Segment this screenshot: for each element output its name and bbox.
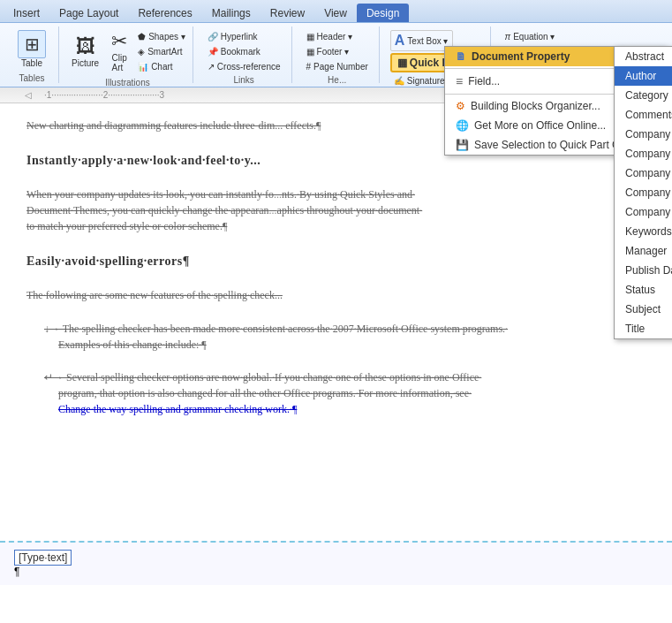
cross-reference-icon: ↗ [208,62,215,72]
status-item[interactable]: Status [615,280,672,300]
textbox-button[interactable]: A Text Box ▾ [390,30,453,51]
picture-button[interactable]: 🖼 Picture [66,32,104,72]
document-property-submenu: Abstract Author Category Comments Compan… [614,46,672,339]
page-number-icon: # [306,62,312,72]
clip-art-button[interactable]: ✂ ClipArt [106,27,132,76]
field-icon: ≡ [456,74,463,88]
header-items: ▦ Header ▾ ▦ Footer ▾ # Page Number [303,30,372,73]
document-property-icon: 🗎 [456,50,466,63]
toolbar-group-header: ▦ Header ▾ ▦ Footer ▾ # Page Number He..… [296,27,380,83]
title-item[interactable]: Title [615,319,672,338]
toolbar-group-illustrations: 🖼 Picture ✂ ClipArt ⬟ Shapes ▾ ◈ SmartAr… [63,27,193,83]
footer-para: ¶ [14,566,19,578]
footer-btn[interactable]: ▦ Footer ▾ [303,45,372,58]
toolbar-group-tables: ⊞ Table Tables [5,27,59,83]
tab-design[interactable]: Design [357,4,409,22]
bullet2-link[interactable]: Change·the·way·spelling·and·grammar·chec… [26,401,646,417]
equation-icon: π [505,32,511,42]
he-label: He... [328,73,346,85]
heading3: Easily·avoid·spelling·errors¶ [26,252,646,270]
subject-item[interactable]: Subject [615,300,672,319]
table-button[interactable]: ⊞ Table [12,27,51,72]
abstract-item[interactable]: Abstract [615,47,672,66]
category-item[interactable]: Category [615,86,672,105]
illustrations-top-row: 🖼 Picture ✂ ClipArt ⬟ Shapes ▾ ◈ SmartAr… [66,27,189,76]
smartart-button[interactable]: ◈ SmartArt [134,45,189,58]
cross-reference-button[interactable]: ↗ Cross-reference [204,60,284,73]
office-online-icon: 🌐 [456,119,469,132]
bullet2-line2: program,·that·option·is·also·changed·for… [26,385,646,401]
save-icon: 💾 [456,139,469,151]
tab-page-layout[interactable]: Page Layout [49,4,128,22]
small-illus-group: ⬟ Shapes ▾ ◈ SmartArt 📊 Chart [134,30,189,73]
hyperlink-icon: 🔗 [208,32,218,42]
bullet2: ↵→ Several·spelling·checker·options·are·… [26,369,646,385]
links-items: 🔗 Hyperlink 📌 Bookmark ↗ Cross-reference [204,30,284,73]
clip-art-icon: ✂ [111,30,127,53]
quick-parts-dropdown: 🗎 Document Property ▶ ≡ Field... ⚙ Build… [444,46,665,156]
quick-parts-icon: ▦ [397,57,407,69]
para2-line3: to·match·your·preferred·style·or·color·s… [26,218,646,234]
footer-placeholder[interactable]: [Type·text] [14,550,72,566]
company-address-item[interactable]: Company Address [615,144,672,163]
footer-icon: ▦ [306,47,314,57]
main-area: New charting and diagramming features in… [0,103,672,585]
table-icon: ⊞ [18,30,46,58]
building-blocks-icon: ⚙ [456,100,465,112]
bookmark-icon: 📌 [208,47,218,57]
page-number-button[interactable]: # Page Number [303,60,372,73]
picture-icon: 🖼 [76,35,95,58]
bullet1: ↓→ The·spelling·checker·has·been·made·mo… [26,321,646,337]
text-icon: A [395,33,405,49]
header-button[interactable]: ▦ Header ▾ [303,30,372,43]
shapes-icon: ⬟ [138,32,146,42]
company-item[interactable]: Company [615,125,672,144]
hyperlink-button[interactable]: 🔗 Hyperlink [204,30,284,43]
para2-line1: When·your·company·updates·its·look,·you·… [26,186,646,202]
links-label: Links [234,73,254,85]
para2-line2: Document·Themes,·you·can·quickly·change·… [26,202,646,218]
signature-icon: ✍ [394,76,404,86]
author-item[interactable]: Author [615,66,672,86]
tab-bar: Insert Page Layout References Mailings R… [0,0,672,23]
shapes-button[interactable]: ⬟ Shapes ▾ [134,30,189,43]
header-icon: ▦ [306,32,314,42]
equation-button[interactable]: π Equation ▾ [502,30,559,43]
tab-references[interactable]: References [128,4,201,22]
tab-mailings[interactable]: Mailings [202,4,260,22]
tables-label: Tables [19,72,45,83]
chart-icon: 📊 [138,62,148,72]
tab-view[interactable]: View [314,4,357,22]
manager-item[interactable]: Manager [615,241,672,261]
bullet1-cont: Examples·of·this·change·include:·¶ [26,337,646,353]
company-email-item[interactable]: Company E-mail [615,163,672,183]
bookmark-button[interactable]: 📌 Bookmark [204,45,284,58]
para3: The·following·are·some·new·features·of·t… [26,287,646,303]
smartart-icon: ◈ [138,47,145,57]
illustrations-label: Illustrations [105,76,150,87]
footer-area: [Type·text] ¶ [0,541,672,585]
company-phone-item[interactable]: Company Phone [615,202,672,222]
tab-insert[interactable]: Insert [4,4,49,22]
keywords-item[interactable]: Keywords [615,222,672,241]
chart-button[interactable]: 📊 Chart [134,60,189,73]
comments-item[interactable]: Comments [615,105,672,125]
publish-date-item[interactable]: Publish Date [615,261,672,280]
tab-review[interactable]: Review [260,4,314,22]
toolbar-group-links: 🔗 Hyperlink 📌 Bookmark ↗ Cross-reference… [197,27,292,83]
company-fax-item[interactable]: Company Fax [615,183,672,202]
